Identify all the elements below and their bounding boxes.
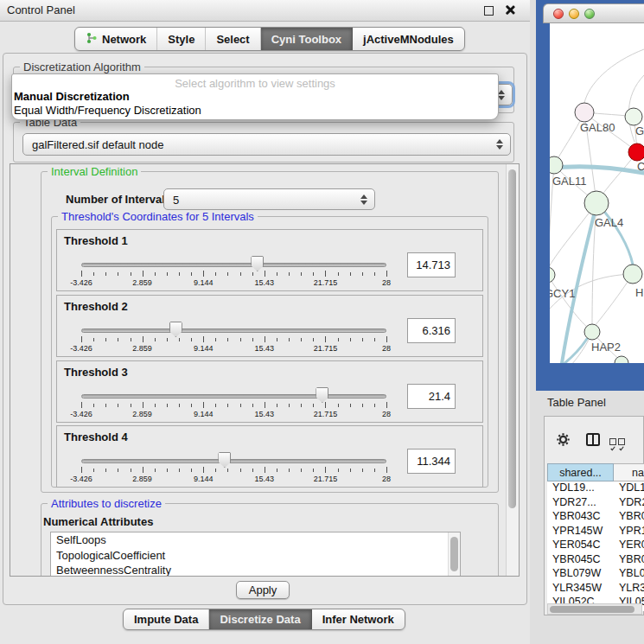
combo-stepper-icon <box>360 194 367 205</box>
float-window-icon[interactable] <box>484 6 494 16</box>
threshold-label: Threshold 3 <box>64 366 128 379</box>
slider-tick <box>289 469 290 472</box>
network-node[interactable] <box>584 324 600 340</box>
slider-tick <box>167 338 168 341</box>
settings-scrollpane: Interval Definition Number of Intervals … <box>10 163 520 577</box>
zoom-traffic-light-icon[interactable] <box>584 9 595 19</box>
threshold-slider[interactable]: -3.4262.8599.14415.4321.71528 <box>81 386 386 422</box>
threshold-slider[interactable]: -3.4262.8599.14415.4321.71528 <box>81 320 386 356</box>
slider-tick <box>277 404 277 407</box>
network-node[interactable] <box>550 156 563 174</box>
table-row[interactable]: YDL19...YDL19... <box>547 481 644 496</box>
slider-tick <box>179 404 180 407</box>
network-node[interactable] <box>625 108 642 125</box>
table-data-combobox[interactable]: galFiltered.sif default node <box>22 133 511 156</box>
table-header-row: shared... na <box>547 463 644 481</box>
slider-tick <box>203 467 204 473</box>
numerical-attributes-list[interactable]: SelfLoopsTopologicalCoefficientBetweenne… <box>50 532 461 577</box>
close-icon[interactable] <box>504 4 515 16</box>
tab-cyni-toolbox[interactable]: Cyni Toolbox <box>261 28 353 50</box>
threshold-value-field[interactable]: 11.344 <box>407 449 456 474</box>
table-panel: shared... na YDL19...YDL19...YDR27...YDR… <box>544 416 644 615</box>
slider-track[interactable] <box>81 459 386 463</box>
slider-tick <box>362 272 363 276</box>
cell-name: YER054C <box>619 539 644 551</box>
attribute-item-betweennesscentrality[interactable]: BetweennessCentrality <box>51 563 460 577</box>
slider-tick <box>155 338 156 341</box>
slider-tick <box>374 338 375 341</box>
tab-network[interactable]: Network <box>75 28 157 50</box>
checkbox-filter-icons[interactable] <box>609 438 625 445</box>
slider-track[interactable] <box>81 263 386 267</box>
table-row[interactable]: YBR045CYBR045C <box>547 553 644 568</box>
slider-tick <box>240 469 241 472</box>
vertical-scrollbar-thumb[interactable] <box>508 169 516 508</box>
algorithm-option-manual-discretization[interactable]: Manual Discretization <box>12 90 498 104</box>
tab-infer-network[interactable]: Infer Network <box>312 609 405 629</box>
network-node[interactable] <box>628 143 644 161</box>
attribute-item-topologicalcoefficient[interactable]: TopologicalCoefficient <box>51 548 460 564</box>
slider-track[interactable] <box>81 328 386 333</box>
threshold-value-field[interactable]: 14.713 <box>407 252 456 277</box>
network-window-titlebar[interactable] <box>543 3 644 23</box>
close-traffic-light-icon[interactable] <box>553 9 564 19</box>
minimize-traffic-light-icon[interactable] <box>569 9 579 19</box>
slider-thumb[interactable] <box>169 322 182 337</box>
list-scrollbar-thumb[interactable] <box>450 537 458 571</box>
slider-tick <box>338 469 339 472</box>
slider-tick <box>301 404 302 407</box>
vertical-scrollbar[interactable] <box>506 164 519 576</box>
slider-thumb[interactable] <box>251 256 264 271</box>
apply-button[interactable]: Apply <box>236 581 290 599</box>
threshold-slider[interactable]: -3.4262.8599.14415.4321.71528 <box>81 254 386 290</box>
slider-tick <box>289 404 290 407</box>
number-of-intervals-combobox[interactable]: 5 <box>163 188 375 210</box>
slider-tick <box>313 404 314 407</box>
table-row[interactable]: YLR345WYLR345W <box>547 582 644 596</box>
attribute-item-selfloops[interactable]: SelfLoops <box>51 532 460 548</box>
column-header-name[interactable]: na <box>614 463 644 481</box>
threshold-slider[interactable]: -3.4262.8599.14415.4321.71528 <box>81 450 386 487</box>
table-row[interactable]: YBR043CYBR043C <box>547 510 644 525</box>
network-canvas[interactable]: GAL80GAGAL11CGAL4GCY1HHAP2 <box>550 23 644 363</box>
tab-jactivemnodules[interactable]: jActiveMNodules <box>353 28 464 50</box>
network-icon <box>86 32 98 47</box>
slider-thumb[interactable] <box>218 452 231 468</box>
slider-track[interactable] <box>81 394 386 399</box>
columns-icon[interactable] <box>586 433 600 446</box>
table-hscroll-thumb[interactable] <box>550 606 634 613</box>
threshold-value-field[interactable]: 6.316 <box>407 318 456 343</box>
table-row[interactable]: YDR27...YDR27... <box>547 496 644 511</box>
tab-discretize-data[interactable]: Discretize Data <box>209 609 311 629</box>
table-horizontal-scrollbar[interactable] <box>547 603 642 615</box>
tab-style[interactable]: Style <box>157 28 206 50</box>
slider-tick <box>374 272 375 276</box>
tab-impute-data[interactable]: Impute Data <box>124 609 209 629</box>
table-row[interactable]: YBL079WYBL079W <box>547 567 644 582</box>
slider-tick <box>105 338 106 341</box>
slider-thumb[interactable] <box>316 387 328 403</box>
slider-tick <box>143 271 143 277</box>
slider-tick <box>386 271 387 277</box>
column-header-shared-name[interactable]: shared... <box>547 463 614 481</box>
slider-tick <box>227 338 228 341</box>
gear-icon[interactable] <box>556 432 571 447</box>
interval-definition-title: Interval Definition <box>48 165 141 178</box>
network-node[interactable] <box>575 103 594 122</box>
algorithm-dropdown-popup: Select algorithm to view settings Manual… <box>11 73 499 120</box>
combo-stepper-icon <box>496 139 503 150</box>
tab-select[interactable]: Select <box>206 28 260 50</box>
network-node[interactable] <box>623 265 642 284</box>
tab-label: Cyni Toolbox <box>271 33 341 46</box>
table-row[interactable]: YPR145WYPR145W <box>547 525 644 539</box>
slider-tick <box>374 469 375 472</box>
network-node[interactable] <box>550 267 555 283</box>
network-node[interactable] <box>584 191 609 215</box>
table-row[interactable]: YER054CYER054C <box>547 539 644 553</box>
cell-shared-name: YDL19... <box>552 481 595 494</box>
threshold-value-field[interactable]: 21.4 <box>407 384 456 409</box>
slider-tick <box>93 338 94 341</box>
algorithm-option-equal-width-frequency-discretization[interactable]: Equal Width/Frequency Discretization <box>12 104 498 118</box>
list-scrollbar[interactable] <box>448 532 460 577</box>
slider-tick <box>240 404 241 407</box>
